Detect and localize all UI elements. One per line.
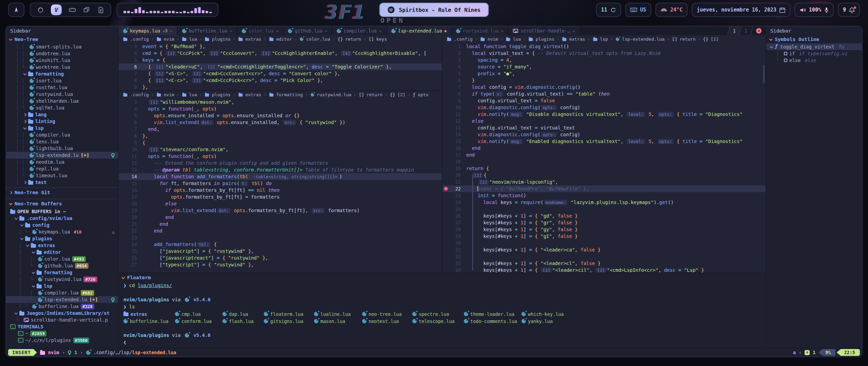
chevron-down-icon[interactable] [26, 243, 29, 247]
buffer-row[interactable]: │ editor [6, 249, 118, 256]
code-line[interactable]: 24 local keys = require(modname: "lazyvi… [442, 199, 766, 206]
code-line[interactable]: 18 [442, 158, 766, 165]
code-line[interactable]: 3event = { "BufRead" }, [119, 43, 442, 50]
neotree-row[interactable]: │ │ lsp-extended.lu[+] [6, 152, 118, 159]
neotree-row[interactable]: │ │ lens.lua [6, 138, 118, 145]
neotree-row[interactable]: │ lang [6, 111, 118, 118]
chevron-down-icon[interactable] [32, 284, 35, 287]
code-line[interactable]: 4cmd = { [1]"CccPick", [2]"CccConvert", … [119, 50, 442, 57]
neotree-row[interactable]: │ test [6, 179, 118, 186]
neotree-row[interactable]: │ │ neodim.lua [6, 159, 118, 165]
neotree-row[interactable]: │ └ timeout.lua [6, 172, 118, 179]
code-line[interactable]: 15 vim.notify(msg: "Enabled diagnostics … [442, 138, 766, 145]
close-icon[interactable]: × [170, 28, 173, 34]
close-icon[interactable]: × [325, 28, 328, 34]
now-playing-widget[interactable]: Spiritbox - Rule Of Nines [379, 3, 489, 17]
terminal-row[interactable]: ~#2859 [6, 330, 118, 337]
neotree-row[interactable]: │ └ worktree.lua [6, 64, 118, 70]
neotree-row[interactable]: │ linting [6, 118, 118, 125]
tab-color-lua[interactable]: color.lua× [237, 26, 283, 35]
neotree-row[interactable]: │ │ repl.lua [6, 165, 118, 172]
updates-widget[interactable]: 11 [596, 3, 621, 17]
section-neo-tree-buffers[interactable]: Neo-Tree Buffers [6, 199, 118, 208]
code-line[interactable]: 1local function toggle_diag_virtext() [442, 43, 766, 50]
code-line[interactable]: 15 for ft, formatters in pairs(t: tbl) d… [119, 180, 442, 187]
weather-widget[interactable]: 24°C [655, 3, 688, 17]
code-line[interactable]: 5keys = { [119, 57, 442, 63]
chevron-right-icon[interactable] [23, 181, 26, 184]
section-neo-tree-git[interactable]: Neo-Tree Git [6, 187, 118, 197]
code-line[interactable]: 6 vim.list_extend(dst: opts.ensure_insta… [119, 119, 442, 126]
neotree-row[interactable]: │ │ lightbulb.lua [6, 145, 118, 152]
code-line[interactable]: 12 else [442, 118, 766, 124]
workspace-windows[interactable] [83, 6, 90, 14]
section-neo-tree[interactable]: Neo-Tree [6, 35, 118, 43]
buffer-row[interactable]: │ └ rustywind.lua#726 [6, 276, 118, 283]
neotree-row[interactable]: │ └ sqlfmt.lua [6, 104, 118, 111]
section-symbols-outline[interactable]: Symbols Outline [766, 35, 862, 43]
launcher-button[interactable] [8, 3, 24, 17]
tab-github-lua[interactable]: github.lua× [283, 26, 332, 35]
code-line[interactable]: 7 end, [119, 126, 442, 133]
code-line[interactable]: 14 vim.diagnostic.config(opts: config) [442, 131, 766, 138]
code-line[interactable]: 8}, [119, 133, 442, 139]
close-icon[interactable]: × [276, 28, 278, 34]
code-line[interactable]: 7 local config = vim.diagnostic.config() [442, 84, 766, 90]
code-line[interactable]: 32 [442, 253, 766, 260]
code-line[interactable]: 18 else [119, 200, 442, 207]
buffer-row[interactable]: │ │ color.lua#493 [6, 256, 118, 262]
buffer-row[interactable]: │ └ lsp-extended.lu[+] [6, 296, 118, 303]
tab-compiler-lua[interactable]: compiler.lua× [332, 26, 387, 35]
code-line[interactable]: 20 end [119, 214, 442, 221]
editor-pane-color-lua[interactable]: .config›nvim›lua›plugins›extras›editor›c… [119, 35, 442, 90]
neotree-row[interactable]: │ │ winshift.lua [6, 57, 118, 64]
buffer-row[interactable]: │ formatting [6, 269, 118, 276]
workspace-document[interactable] [97, 6, 104, 14]
code-line[interactable]: 2 local virtual_text = { -- Default virt… [442, 50, 766, 57]
buffer-row[interactable]: OPEN BUFFERS in ~ [6, 208, 118, 215]
code-line[interactable]: 3 [1]"williamboman/mason.nvim", [119, 99, 442, 105]
buffer-row[interactable]: │ │ compiler.lua#682 [6, 289, 118, 296]
code-line[interactable]: 19return { [442, 165, 766, 172]
close-icon[interactable]: × [230, 28, 232, 34]
notifications-widget[interactable]: 9 [838, 3, 860, 17]
buffer-row[interactable]: │ └ keymaps.lua#10⚠ [6, 228, 118, 235]
terminal-row[interactable]: ~/.c/n/l/plugins#3980 [6, 337, 118, 344]
date-widget[interactable]: jueves, noviembre 16, 2023 [692, 3, 790, 17]
neotree-row[interactable]: │ │ undotree.lua [6, 50, 118, 57]
neotree-row[interactable]: │ │ shellharden.lua [6, 98, 118, 104]
chevron-down-icon[interactable] [32, 250, 35, 253]
chevron-down-icon[interactable] [15, 311, 18, 314]
neotree-row[interactable]: │ │ compiler.lua [6, 131, 118, 138]
keyboard-layout-widget[interactable]: US [625, 3, 651, 17]
code-line[interactable]: 13 ---@param tbl table<string, conform.F… [119, 166, 442, 173]
code-line[interactable]: 10 [1]"stevearc/conform.nvim", [119, 146, 442, 153]
terminal-output[interactable]: ❯ cd lua/plugins/nvim/lua/plugins via v5… [119, 282, 766, 346]
buffer-row[interactable]: .config/nvim/lua [6, 215, 118, 222]
buffer-row[interactable]: plugins [6, 235, 118, 242]
neotree-row[interactable]: │ │ rustfmt.lua [6, 84, 118, 91]
code-line[interactable]: 23 [119, 234, 442, 241]
chevron-down-icon[interactable] [20, 223, 24, 226]
code-line[interactable]: 5 opts.ensure_installed = opts.ensure_in… [119, 112, 442, 119]
neotree-row[interactable]: │ │ isort.lua [6, 77, 118, 84]
code-line[interactable]: 25 ["javascript"] = { "rustywind" }, [119, 248, 442, 255]
code-line[interactable]: 16 end [442, 145, 766, 151]
code-line[interactable]: 9 config.virtual_text = false [442, 97, 766, 104]
chevron-down-icon[interactable] [20, 237, 24, 240]
code-line[interactable]: 20 [1]{ [442, 172, 766, 179]
close-icon[interactable]: × [573, 28, 575, 34]
code-line[interactable]: 9{ [119, 139, 442, 146]
code-line[interactable]: 27 keys[#keys + 1] = { "gr", false } [442, 219, 766, 226]
code-line[interactable]: 9}, [119, 84, 442, 90]
code-line[interactable]: 29 keys[#keys + 1] = { "gI", false } [442, 233, 766, 240]
code-line[interactable]: 3 spacing = 4, [442, 57, 766, 63]
neotree-row[interactable]: │ formatting [6, 70, 118, 77]
code-line[interactable]: 10 vim.diagnostic.config(opts: config) [442, 104, 766, 111]
tab-lsp-extended-lua[interactable]: lsp-extended.lua● [387, 26, 452, 35]
outline-row[interactable]: toggle_diag_virtextfu [766, 43, 862, 50]
code-line[interactable]: 26 keys[#keys + 1] = { "gd", false } [442, 212, 766, 219]
tab-bufferline-lua[interactable]: bufferline.lua× [178, 26, 238, 35]
code-line[interactable]: 22 event = { "BufReadPre", "BufNewFile" … [442, 185, 766, 192]
code-line[interactable]: 30 [442, 240, 766, 246]
